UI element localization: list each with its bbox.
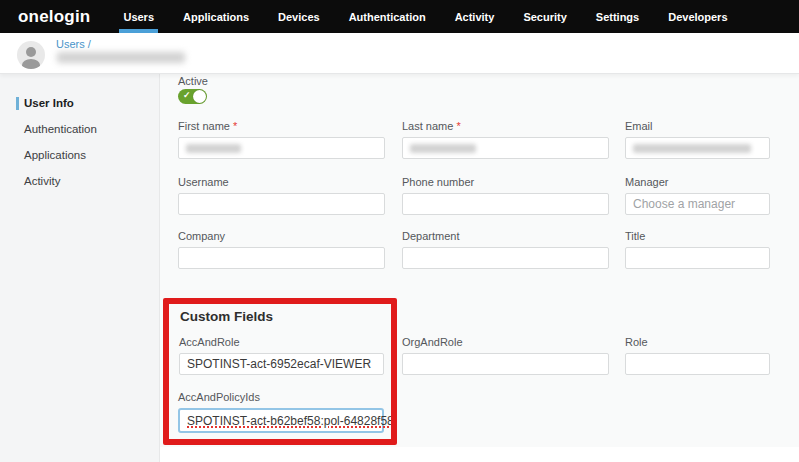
acc-and-policy-ids-input[interactable]: SPOTINST-act-b62bef58:pol-64828f58 <box>178 408 384 433</box>
acc-and-role-field: AccAndRole <box>179 336 384 375</box>
last-name-field: Last name * <box>402 120 609 159</box>
username-field: Username <box>178 176 385 215</box>
sidebar-item-authentication[interactable]: Authentication <box>0 116 159 142</box>
email-label: Email <box>625 120 770 133</box>
active-toggle[interactable]: ✓ <box>178 89 207 104</box>
phone-number-field: Phone number <box>402 176 609 215</box>
nav-item-activity[interactable]: Activity <box>454 0 496 33</box>
sidebar-item-activity[interactable]: Activity <box>0 168 159 194</box>
acc-and-role-label: AccAndRole <box>179 336 384 349</box>
sidebar-item-user-info[interactable]: User Info <box>0 90 159 116</box>
department-input[interactable] <box>402 247 609 269</box>
redacted-user-name <box>57 52 185 63</box>
title-label: Title <box>625 230 770 243</box>
acc-and-policy-ids-field: AccAndPolicyIds SPOTINST-act-b62bef58:po… <box>178 391 384 433</box>
username-label: Username <box>178 176 385 189</box>
username-input[interactable] <box>178 193 385 215</box>
redacted-first-name-value <box>186 144 241 153</box>
nav-item-security[interactable]: Security <box>522 0 567 33</box>
nav-item-applications[interactable]: Applications <box>182 0 250 33</box>
last-name-label: Last name <box>402 120 453 132</box>
role-field: Role <box>625 336 770 375</box>
acc-and-role-input[interactable] <box>179 353 384 375</box>
manager-input[interactable] <box>625 193 770 215</box>
onelogin-user-page: onelogin Users Applications Devices Auth… <box>0 0 799 462</box>
top-nav: onelogin Users Applications Devices Auth… <box>0 0 799 33</box>
role-input[interactable] <box>625 353 770 375</box>
redacted-email-value <box>633 144 751 153</box>
nav-item-authentication[interactable]: Authentication <box>348 0 427 33</box>
company-input[interactable] <box>178 247 385 269</box>
org-and-role-field: OrgAndRole <box>402 336 609 375</box>
acc-and-policy-ids-value: SPOTINST-act-b62bef58:pol-64828f58 <box>187 414 394 428</box>
avatar-torso-shape <box>22 59 40 69</box>
title-input[interactable] <box>625 247 770 269</box>
user-info-form: Active ✓ First name * Last name * Email … <box>160 73 799 447</box>
company-label: Company <box>178 230 385 243</box>
toggle-knob <box>193 90 206 103</box>
phone-number-label: Phone number <box>402 176 609 189</box>
nav-item-users[interactable]: Users <box>122 0 155 33</box>
first-name-field: First name * <box>178 120 385 159</box>
custom-fields-heading: Custom Fields <box>180 309 273 324</box>
department-label: Department <box>402 230 609 243</box>
check-icon: ✓ <box>183 90 191 100</box>
nav-item-settings[interactable]: Settings <box>595 0 640 33</box>
user-avatar-icon <box>17 41 45 69</box>
page-header: Users / <box>0 33 799 74</box>
department-field: Department <box>402 230 609 269</box>
email-field: Email <box>625 120 770 159</box>
avatar-head-shape <box>26 47 36 57</box>
required-asterisk: * <box>456 120 460 132</box>
role-label: Role <box>625 336 770 349</box>
nav-menu: Users Applications Devices Authenticatio… <box>122 0 728 33</box>
org-and-role-label: OrgAndRole <box>402 336 609 349</box>
first-name-label: First name <box>178 120 230 132</box>
onelogin-logo[interactable]: onelogin <box>18 7 90 27</box>
sidebar: User Info Authentication Applications Ac… <box>0 73 160 462</box>
required-asterisk: * <box>233 120 237 132</box>
breadcrumb-users-link[interactable]: Users / <box>56 38 91 50</box>
phone-number-input[interactable] <box>402 193 609 215</box>
nav-item-devices[interactable]: Devices <box>277 0 321 33</box>
active-label: Active <box>178 75 208 87</box>
sidebar-item-applications[interactable]: Applications <box>0 142 159 168</box>
title-field: Title <box>625 230 770 269</box>
redacted-last-name-value <box>410 144 476 153</box>
manager-field: Manager <box>625 176 770 215</box>
nav-item-developers[interactable]: Developers <box>667 0 728 33</box>
company-field: Company <box>178 230 385 269</box>
manager-label: Manager <box>625 176 770 189</box>
org-and-role-input[interactable] <box>402 353 609 375</box>
acc-and-policy-ids-label: AccAndPolicyIds <box>178 391 384 404</box>
